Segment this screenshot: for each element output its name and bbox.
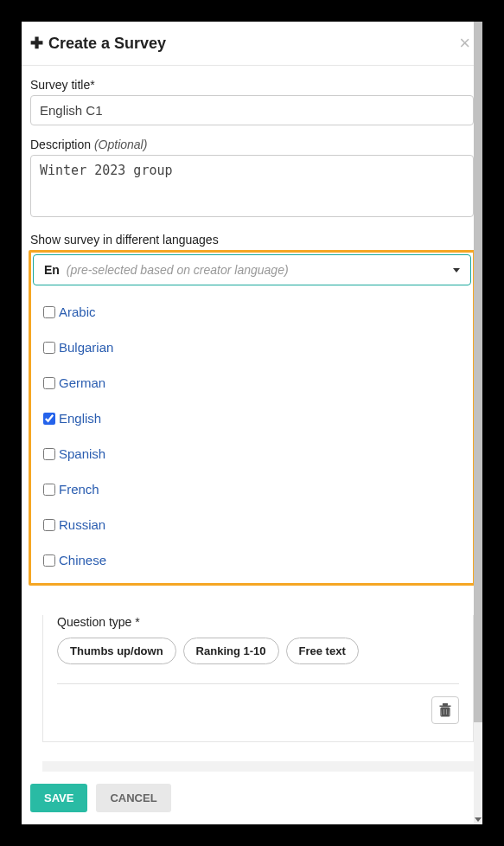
language-checkbox[interactable] <box>43 377 55 389</box>
modal-body: Survey title* Description (Optional) Sho… <box>22 66 482 598</box>
language-option[interactable]: Russian <box>43 507 461 542</box>
language-option[interactable]: Spanish <box>43 436 461 471</box>
language-option[interactable]: Chinese <box>43 542 461 578</box>
survey-title-input[interactable] <box>30 95 474 125</box>
language-list: ArabicBulgarianGermanEnglishSpanishFrenc… <box>33 285 471 581</box>
create-survey-modal: ✚ Create a Survey × Survey title* Descri… <box>22 22 482 824</box>
modal-title: ✚ Create a Survey <box>30 34 166 53</box>
question-type-label: Question type * <box>57 615 459 629</box>
trash-row <box>57 696 459 724</box>
description-optional: (Optional) <box>94 138 147 151</box>
plus-icon: ✚ <box>30 34 43 53</box>
question-type-pill[interactable]: Ranking 1-10 <box>183 638 279 664</box>
save-button[interactable]: SAVE <box>30 784 87 812</box>
chevron-down-icon <box>453 268 460 272</box>
modal-footer: SAVE CANCEL <box>22 772 474 824</box>
language-option-label: Arabic <box>59 304 96 319</box>
language-option-label: French <box>59 482 99 497</box>
language-label: Show survey in different languages <box>30 233 474 247</box>
scrollbar[interactable] <box>474 22 482 824</box>
question-type-pill[interactable]: Free text <box>286 638 359 664</box>
delete-question-button[interactable] <box>431 696 459 724</box>
scroll-down-icon <box>475 817 482 822</box>
language-checkbox[interactable] <box>43 554 55 567</box>
language-option-label: Spanish <box>59 446 105 461</box>
language-select-text: En (pre-selected based on creator langua… <box>44 263 289 277</box>
language-checkbox[interactable] <box>43 484 55 496</box>
close-icon: × <box>459 32 470 54</box>
language-checkbox[interactable] <box>43 342 55 354</box>
language-checkbox[interactable] <box>43 413 55 425</box>
language-option-label: Bulgarian <box>59 340 113 355</box>
cancel-button[interactable]: CANCEL <box>96 784 170 812</box>
description-input[interactable] <box>30 155 474 217</box>
language-select-hint: (pre-selected based on creator language) <box>67 263 289 277</box>
close-button[interactable]: × <box>459 34 470 53</box>
survey-title-group: Survey title* <box>30 78 474 125</box>
language-option[interactable]: Arabic <box>43 294 461 330</box>
language-group: Show survey in different languages <box>30 233 474 247</box>
scrollbar-thumb[interactable] <box>474 22 482 722</box>
language-highlight-box: En (pre-selected based on creator langua… <box>29 250 475 586</box>
language-checkbox[interactable] <box>43 448 55 460</box>
language-option[interactable]: French <box>43 471 461 507</box>
language-option-label: English <box>59 411 101 426</box>
description-label-text: Description <box>30 138 91 151</box>
language-option-label: Chinese <box>59 553 106 567</box>
question-type-section: Question type * Thumbs up/downRanking 1-… <box>57 615 459 724</box>
language-select[interactable]: En (pre-selected based on creator langua… <box>33 254 471 285</box>
description-label: Description (Optional) <box>30 138 474 151</box>
survey-title-label: Survey title* <box>30 78 474 92</box>
language-option[interactable]: Bulgarian <box>43 330 461 365</box>
trash-icon <box>439 703 451 717</box>
language-checkbox[interactable] <box>43 306 55 318</box>
language-checkbox[interactable] <box>43 519 55 531</box>
divider <box>57 683 459 684</box>
language-selected-value: En <box>44 263 60 277</box>
language-option-label: Russian <box>59 517 105 532</box>
language-option-label: German <box>59 375 105 390</box>
modal-header: ✚ Create a Survey × <box>22 22 482 66</box>
modal-title-text: Create a Survey <box>48 35 166 53</box>
question-type-pill[interactable]: Thumbs up/down <box>57 638 176 664</box>
question-type-options: Thumbs up/downRanking 1-10Free text <box>57 638 459 664</box>
language-option[interactable]: German <box>43 365 461 401</box>
language-option[interactable]: English <box>43 401 461 436</box>
description-group: Description (Optional) <box>30 138 474 221</box>
question-card: Question type * Thumbs up/downRanking 1-… <box>42 615 474 742</box>
